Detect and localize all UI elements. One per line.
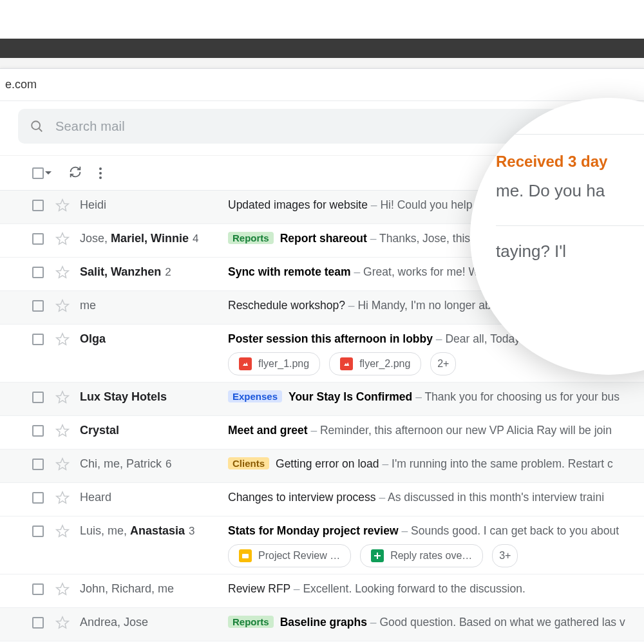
row-checkbox[interactable]	[32, 459, 44, 470]
sender: Heidi	[80, 197, 228, 212]
thread-row[interactable]: Chi, me, Patrick6ClientsGetting error on…	[0, 450, 644, 483]
thread-body: ExpensesYour Stay Is Confirmed – Thank y…	[228, 389, 644, 404]
star-icon	[55, 390, 70, 404]
attachment-chip[interactable]: Reply rates ove…	[360, 544, 483, 567]
label-badge[interactable]: Expenses	[228, 390, 282, 402]
subject: Reschedule workshop?	[228, 299, 345, 312]
sender: Crystal	[80, 422, 228, 437]
star-icon	[55, 232, 70, 246]
img-file-icon	[340, 357, 353, 370]
thread-row[interactable]: Luis, me, Anastasia3Stats for Monday pro…	[0, 516, 644, 574]
preview: Thank you for choosing us for your bus	[424, 390, 620, 403]
star-button[interactable]	[55, 457, 70, 471]
svg-marker-5	[57, 300, 68, 311]
star-icon	[55, 491, 70, 505]
sender: Andrea, Jose	[80, 614, 228, 629]
sender: John, Richard, me	[80, 581, 228, 596]
svg-marker-10	[57, 492, 68, 503]
row-checkbox[interactable]	[32, 200, 44, 211]
nudge-text-2: taying? I'l	[496, 242, 566, 261]
subject: Report shareout	[280, 232, 367, 245]
star-icon	[55, 299, 70, 313]
star-icon	[55, 524, 70, 538]
row-checkbox[interactable]	[32, 392, 44, 403]
star-icon	[55, 457, 70, 471]
star-button[interactable]	[55, 198, 70, 213]
sheets-file-icon	[371, 549, 384, 562]
dot-icon	[99, 176, 102, 179]
thread-body: Changes to interview process – As discus…	[228, 489, 644, 504]
preview: Sounds good. I can get back to you about	[411, 524, 619, 537]
preview: Hi Mandy, I'm no longer abl...	[357, 299, 503, 312]
row-checkbox[interactable]	[32, 526, 44, 537]
slides-file-icon	[239, 549, 252, 562]
thread-body: ClientsGetting error on load – I'm runni…	[228, 456, 644, 471]
attachment-more[interactable]: 3+	[492, 544, 518, 567]
thread-body: ReportsBaseline graphs – Good question. …	[228, 614, 644, 629]
label-badge[interactable]: Reports	[228, 616, 274, 628]
star-button[interactable]	[55, 332, 70, 346]
star-icon	[55, 332, 70, 346]
star-icon	[55, 616, 70, 630]
sender: Heard	[80, 489, 228, 504]
svg-marker-6	[57, 334, 68, 345]
dot-icon	[99, 167, 102, 170]
row-checkbox[interactable]	[32, 492, 44, 504]
attachment-chip[interactable]: flyer_2.png	[329, 352, 421, 375]
search-icon	[30, 119, 44, 133]
svg-marker-7	[57, 392, 68, 402]
svg-marker-9	[57, 459, 68, 469]
thread-row[interactable]: John, Richard, meReview RFP – Excellent.…	[0, 574, 644, 608]
attachment-more[interactable]: 2+	[430, 352, 456, 375]
star-button[interactable]	[55, 424, 70, 438]
browser-tab-strip	[0, 58, 644, 68]
attachment-name: flyer_1.png	[258, 358, 309, 370]
row-checkbox[interactable]	[32, 300, 44, 312]
attachment-chips: Project Review …Reply rates ove…3+	[228, 544, 638, 567]
row-checkbox[interactable]	[32, 267, 44, 278]
star-button[interactable]	[55, 582, 70, 596]
refresh-icon	[68, 165, 82, 179]
select-all-checkbox[interactable]	[32, 167, 52, 179]
row-checkbox[interactable]	[32, 583, 44, 595]
thread-row[interactable]: Lux Stay HotelsExpensesYour Stay Is Conf…	[0, 383, 644, 416]
svg-point-0	[32, 121, 40, 129]
star-button[interactable]	[55, 491, 70, 505]
star-icon	[55, 582, 70, 596]
row-checkbox[interactable]	[32, 617, 44, 629]
row-checkbox[interactable]	[32, 425, 44, 437]
url-bar[interactable]: e.com	[0, 69, 644, 101]
star-button[interactable]	[55, 390, 70, 404]
thread-row[interactable]: HeardChanges to interview process – As d…	[0, 483, 644, 516]
subject: Baseline graphs	[280, 616, 367, 629]
svg-marker-4	[57, 267, 68, 278]
svg-marker-11	[57, 526, 68, 536]
subject: Changes to interview process	[228, 491, 376, 504]
star-button[interactable]	[55, 299, 70, 313]
row-checkbox[interactable]	[32, 334, 44, 345]
more-menu-button[interactable]	[99, 167, 102, 179]
sender: Luis, me, Anastasia3	[80, 523, 228, 538]
preview: Excellent. Looking forward to the discus…	[303, 582, 525, 595]
svg-line-1	[39, 129, 43, 132]
thread-body: Stats for Monday project review – Sounds…	[228, 523, 644, 567]
attachment-chip[interactable]: Project Review …	[228, 544, 351, 567]
label-badge[interactable]: Reports	[228, 232, 274, 244]
refresh-button[interactable]	[68, 165, 82, 182]
sender: Jose, Mariel, Winnie4	[80, 231, 228, 245]
star-button[interactable]	[55, 524, 70, 538]
svg-marker-8	[57, 425, 68, 436]
svg-marker-3	[57, 233, 68, 244]
thread-row[interactable]: CrystalMeet and greet – Reminder, this a…	[0, 416, 644, 450]
subject: Review RFP	[228, 582, 290, 595]
label-badge[interactable]: Clients	[228, 457, 269, 469]
star-button[interactable]	[55, 265, 70, 279]
attachment-chip[interactable]: flyer_1.png	[228, 352, 320, 375]
star-button[interactable]	[55, 616, 70, 630]
thread-row[interactable]: Andrea, JoseReportsBaseline graphs – Goo…	[0, 608, 644, 641]
row-checkbox[interactable]	[32, 233, 44, 245]
preview: I'm running into the same problem. Resta…	[392, 457, 613, 470]
sender: Olga	[80, 331, 228, 346]
star-button[interactable]	[55, 232, 70, 246]
svg-marker-12	[57, 583, 68, 594]
